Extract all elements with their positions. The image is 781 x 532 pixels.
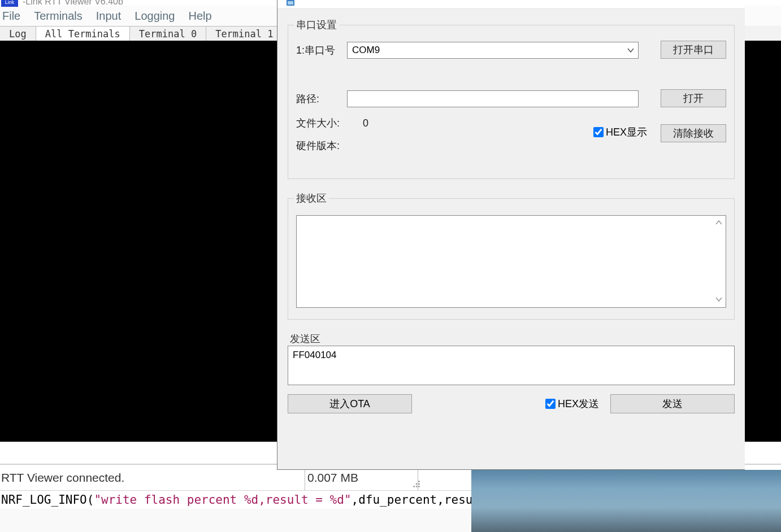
menu-file[interactable]: File (2, 10, 20, 23)
scroll-up-icon[interactable] (715, 219, 724, 228)
code-prefix: NRF_LOG_INFO( (1, 493, 94, 507)
menu-help[interactable]: Help (188, 10, 211, 23)
serial-tool-dialog: 串口设置 1:串口号 COM9 打开串口 路径: 打开 文件大小: (277, 0, 745, 470)
receive-textarea[interactable] (296, 215, 726, 308)
status-connected: RTT Viewer connected. (0, 465, 305, 490)
path-label: 路径: (296, 92, 347, 106)
receive-group: 接收区 (288, 191, 735, 320)
chevron-down-icon (627, 46, 635, 54)
menu-input[interactable]: Input (96, 10, 121, 23)
hex-display-checkbox-wrap[interactable]: HEX显示 (593, 125, 647, 139)
filesize-value: 0 (347, 117, 368, 129)
tab-terminal-1[interactable]: Terminal 1 (206, 26, 283, 41)
desktop-wallpaper-strip (471, 470, 781, 532)
hex-display-checkbox[interactable] (593, 127, 604, 137)
hex-send-label: HEX发送 (558, 397, 599, 411)
send-textarea[interactable]: FF040104 (288, 346, 735, 385)
svg-point-3 (413, 486, 415, 487)
svg-rect-7 (288, 1, 293, 5)
svg-point-2 (418, 483, 420, 485)
send-legend: 发送区 (288, 332, 323, 346)
jlink-icon: Link (1, 0, 18, 7)
enter-ota-button[interactable]: 进入OTA (288, 394, 412, 413)
tab-all-terminals[interactable]: All Terminals (36, 26, 130, 41)
open-file-button[interactable]: 打开 (661, 89, 726, 107)
app-icon (285, 0, 297, 9)
serial-settings-group: 串口设置 1:串口号 COM9 打开串口 路径: 打开 文件大小: (288, 18, 735, 179)
port-value: COM9 (352, 45, 380, 56)
hw-version-label: 硬件版本: (296, 139, 347, 152)
svg-point-0 (418, 481, 420, 482)
menu-terminals[interactable]: Terminals (34, 10, 83, 23)
hex-send-checkbox[interactable] (545, 399, 556, 409)
hex-display-label: HEX显示 (606, 125, 647, 139)
menu-logging[interactable]: Logging (134, 10, 175, 23)
port-label: 1:串口号 (296, 43, 347, 57)
clear-receive-button[interactable]: 清除接收 (661, 124, 726, 142)
hex-send-checkbox-wrap[interactable]: HEX发送 (545, 397, 599, 411)
send-group: 发送区 FF040104 进入OTA HEX发送 发送 (288, 332, 735, 413)
svg-point-1 (416, 483, 418, 485)
serial-settings-legend: 串口设置 (294, 18, 339, 32)
path-input[interactable] (347, 90, 639, 107)
filesize-label: 文件大小: (296, 116, 347, 130)
port-combo[interactable]: COM9 (347, 42, 639, 59)
open-serial-button[interactable]: 打开串口 (661, 41, 726, 59)
tab-log[interactable]: Log (0, 26, 36, 41)
receive-legend: 接收区 (294, 191, 329, 205)
resize-grip-icon[interactable] (411, 479, 422, 489)
tab-terminal-0[interactable]: Terminal 0 (130, 26, 206, 41)
svg-point-5 (418, 486, 420, 487)
code-string: "write flash percent %d,result = %d" (94, 493, 351, 507)
svg-point-4 (416, 486, 418, 487)
send-button[interactable]: 发送 (610, 394, 735, 413)
rtt-title: -Link RTT Viewer V6.40b (23, 0, 123, 7)
dialog-titlebar[interactable] (277, 0, 745, 9)
scroll-down-icon[interactable] (715, 295, 724, 304)
